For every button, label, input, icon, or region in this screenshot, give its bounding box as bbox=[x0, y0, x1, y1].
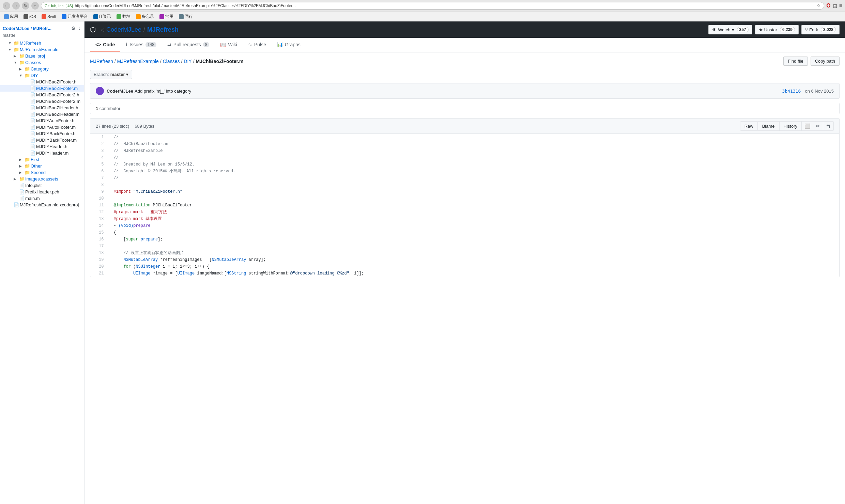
watch-label: Watch bbox=[718, 27, 730, 32]
table-row: 19 NSMutableArray *refreshingImages = [N… bbox=[90, 256, 839, 263]
sidebar-item-mjdiyheaderM[interactable]: 📄 MJDIYHeader.m bbox=[0, 150, 84, 156]
commit-author[interactable]: CoderMJLee bbox=[107, 89, 133, 94]
folder-icon: 📁 bbox=[25, 163, 31, 169]
sidebar-item-mjdiyautofooterH[interactable]: 📄 MJDIYAutoFooter.h bbox=[0, 117, 84, 124]
common-icon bbox=[159, 14, 164, 19]
avatar bbox=[96, 87, 104, 95]
sidebar-item-mjdiyheaderH[interactable]: 📄 MJDIYHeader.h bbox=[0, 143, 84, 150]
breadcrumb-mjrefresh[interactable]: MJRefresh bbox=[90, 59, 113, 64]
bookmark-itnews[interactable]: IT资讯 bbox=[92, 13, 112, 20]
line-code: // bbox=[108, 154, 839, 161]
copy-path-button[interactable]: Copy path bbox=[811, 57, 840, 66]
sidebar-item-mjdiybackfooterH[interactable]: 📄 MJDIYBackFooter.h bbox=[0, 130, 84, 137]
tab-issues[interactable]: ℹ Issues 148 bbox=[120, 38, 162, 52]
sidebar-item-second[interactable]: ▶ 📁 Second bbox=[0, 169, 84, 176]
breadcrumb-classes[interactable]: Classes bbox=[163, 59, 180, 64]
tab-pullrequests[interactable]: ⇄ Pull requests 8 bbox=[162, 38, 215, 52]
sidebar-item-other[interactable]: ▶ 📁 Other bbox=[0, 163, 84, 169]
refresh-button[interactable]: ↻ bbox=[22, 2, 29, 10]
sidebar-item-label: MJDIYHeader.m bbox=[36, 151, 68, 156]
file-icon: 📄 bbox=[30, 138, 36, 143]
sidebar-item-mjdiybackfooterM[interactable]: 📄 MJDIYBackFooter.m bbox=[0, 137, 84, 143]
sidebar-item-mjchibaozifooteM[interactable]: 📄 MJChiBaoZiFooter.m bbox=[0, 85, 84, 92]
sidebar-item-diy[interactable]: ▼ 📁 DIY bbox=[0, 72, 84, 79]
line-code: // Copyright © 2015年 小码哥. All rights res… bbox=[108, 168, 839, 175]
watch-button[interactable]: 👁 Watch ▾ 357 bbox=[708, 25, 752, 34]
bookmark-fanqiang[interactable]: 翻墙 bbox=[115, 13, 132, 20]
sidebar-item-mjchibaoziheaderM[interactable]: 📄 MJChiBaoZiHeader.m bbox=[0, 111, 84, 117]
find-file-button[interactable]: Find file bbox=[783, 57, 808, 66]
breadcrumb-diy[interactable]: DIY bbox=[184, 59, 191, 64]
line-number: 4 bbox=[90, 154, 108, 161]
sidebar-item-mjchibaozifoote2H[interactable]: 📄 MJChiBaoZiFooter2.h bbox=[0, 92, 84, 98]
sidebar-repo-link[interactable]: CoderMJLee / MJRefr... bbox=[3, 26, 51, 31]
bookmark-apps[interactable]: 应用 bbox=[3, 13, 19, 20]
sidebar-item-first[interactable]: ▶ 📁 First bbox=[0, 156, 84, 163]
repo-owner-link[interactable]: CoderMJLee bbox=[106, 26, 141, 33]
github-nav: <> Code ℹ Issues 148 ⇄ Pull requests 8 📖… bbox=[84, 38, 845, 52]
graphs-icon: 📊 bbox=[277, 42, 283, 47]
tab-graphs[interactable]: 📊 Graphs bbox=[272, 38, 306, 52]
tab-code[interactable]: <> Code bbox=[90, 38, 120, 52]
raw-button[interactable]: Raw bbox=[740, 121, 758, 131]
menu-button[interactable]: ≡ bbox=[839, 3, 842, 9]
sidebar-item-mainm[interactable]: 📄 main.m bbox=[0, 195, 84, 202]
line-code: // MJRefreshExample bbox=[108, 147, 839, 154]
edit-icon[interactable]: ✏ bbox=[813, 121, 823, 131]
sidebar-item-mjchibaozifoote2M[interactable]: 📄 MJChiBaoZiFooter2.m bbox=[0, 98, 84, 105]
tab-pulse-label: Pulse bbox=[254, 42, 266, 47]
sidebar-item-baselproj[interactable]: ▶ 📁 Base.lproj bbox=[0, 53, 84, 59]
main-container: CoderMJLee / MJRefr... ⚙ ‹ master ▼ 📁 MJ… bbox=[0, 21, 845, 504]
sidebar-item-classes[interactable]: ▼ 📁 Classes bbox=[0, 59, 84, 66]
sidebar-item-mjrefresh[interactable]: ▼ 📁 MJRefresh bbox=[0, 40, 84, 46]
extensions-button[interactable]: ⊞ bbox=[833, 3, 837, 9]
sidebar-item-label: Info.plist bbox=[25, 183, 42, 188]
branch-selector[interactable]: Branch: master ▾ bbox=[90, 70, 132, 79]
bookmark-swift[interactable]: Swift bbox=[40, 14, 58, 20]
url-bar[interactable]: GitHub, Inc. [US] https://github.com/Cod… bbox=[41, 2, 824, 10]
fork-button[interactable]: ⑂ Fork 2,028 bbox=[801, 25, 840, 34]
sidebar-item-mjchibaozifooteH[interactable]: 📄 MJChiBaoZiFooter.h bbox=[0, 79, 84, 85]
chevron-down-icon: ▼ bbox=[19, 74, 25, 77]
sidebar-item-mjrefreshexample[interactable]: ▼ 📁 MJRefreshExample bbox=[0, 46, 84, 53]
folder-icon: 📁 bbox=[14, 47, 20, 52]
commit-hash[interactable]: 3b41316 bbox=[782, 89, 801, 94]
unstar-button[interactable]: ★ Unstar 6,239 bbox=[755, 25, 799, 34]
table-row: 14- (void)prepare bbox=[90, 222, 839, 229]
sidebar-item-label: MJDIYAutoFooter.h bbox=[36, 118, 74, 123]
github-actions: 👁 Watch ▾ 357 ★ Unstar 6,239 ⑂ Fork 2,02… bbox=[708, 25, 840, 34]
sidebar-item-mjdiyautofooterM[interactable]: 📄 MJDIYAutoFooter.m bbox=[0, 124, 84, 130]
display-icon[interactable]: ⬜ bbox=[802, 121, 813, 131]
bookmark-memo[interactable]: 备忘录 bbox=[135, 13, 155, 20]
bookmark-star[interactable]: ☆ bbox=[817, 3, 820, 8]
bookmark-devplatform[interactable]: 开发者平台 bbox=[60, 13, 89, 20]
sidebar-item-prefixheader[interactable]: 📄 PrefixHeader.pch bbox=[0, 189, 84, 195]
forward-button[interactable]: → bbox=[12, 2, 20, 10]
line-code: UIImage *image = [UIImage imageNamed:[NS… bbox=[108, 270, 839, 277]
tab-wiki[interactable]: 📖 Wiki bbox=[215, 38, 242, 52]
collapse-icon[interactable]: ‹ bbox=[78, 26, 80, 31]
bookmark-common[interactable]: 常用 bbox=[158, 13, 175, 20]
sidebar-item-infoplist[interactable]: 📄 Info.plist bbox=[0, 182, 84, 189]
folder-icon: 📁 bbox=[19, 60, 25, 65]
sidebar-item-xcodeproj[interactable]: 📄 MJRefreshExample.xcodeproj bbox=[0, 202, 84, 208]
file-container: 27 lines (23 sloc) 689 Bytes Raw Blame H… bbox=[90, 118, 840, 277]
sidebar-item-mjchibaoziheaderH[interactable]: 📄 MJChiBaoZiHeader.h bbox=[0, 105, 84, 111]
sidebar-item-category[interactable]: ▶ 📁 Category bbox=[0, 66, 84, 72]
delete-icon[interactable]: 🗑 bbox=[823, 121, 834, 131]
line-code bbox=[108, 243, 839, 250]
back-button[interactable]: ← bbox=[3, 2, 10, 10]
blame-button[interactable]: Blame bbox=[758, 121, 779, 131]
home-button[interactable]: ⌂ bbox=[31, 2, 39, 10]
line-code: - (void)prepare bbox=[108, 222, 839, 229]
breadcrumb-mjrefreshexample[interactable]: MJRefreshExample bbox=[117, 59, 159, 64]
bookmark-ios[interactable]: iOS bbox=[22, 14, 37, 20]
settings-icon[interactable]: ⚙ bbox=[71, 26, 76, 31]
tab-pulse[interactable]: ∿ Pulse bbox=[243, 38, 272, 52]
tab-wiki-label: Wiki bbox=[228, 42, 237, 47]
history-button[interactable]: History bbox=[779, 121, 802, 131]
opera-button[interactable]: O bbox=[826, 3, 830, 9]
bookmark-colleagues[interactable]: 同行 bbox=[178, 13, 194, 20]
sidebar-item-imagesxcassets[interactable]: ▶ 📁 Images.xcassets bbox=[0, 176, 84, 182]
repo-name-link[interactable]: MJRefresh bbox=[147, 26, 179, 33]
